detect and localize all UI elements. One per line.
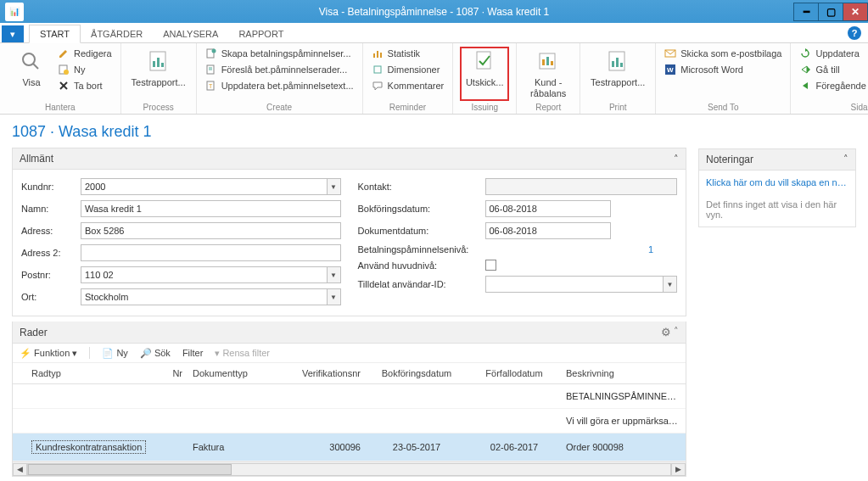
usemain-checkbox[interactable] [485, 260, 496, 271]
scroll-thumb[interactable] [28, 464, 232, 475]
delete-button[interactable]: Ta bort [56, 79, 114, 92]
dimensions-label: Dimensioner [388, 64, 440, 75]
tab-start[interactable]: START [29, 25, 81, 43]
delete-label: Ta bort [74, 81, 103, 91]
group-sendto: Skicka som e-postbilaga WMicrosoft Word … [656, 43, 791, 114]
doc-text-icon: T [205, 80, 217, 92]
post-label: Postnr: [21, 270, 81, 280]
table-row[interactable]: Vi vill göra er uppmärksam på att vi ... [13, 409, 686, 433]
filter-button[interactable]: Filter [182, 348, 203, 358]
update-text-button[interactable]: TUppdatera bet.påminnelsetext... [204, 79, 356, 92]
gear-icon[interactable]: ⚙ [661, 326, 671, 338]
docdate-input[interactable] [485, 222, 611, 239]
send-email-button[interactable]: Skicka som e-postbilaga [663, 47, 783, 60]
lines-toolbar: ⚡ Funktion ▾ 📄 Ny 🔎 Sök Filter ▾ Rensa f… [13, 344, 686, 363]
col-post[interactable]: Bokföringsdatum [366, 363, 468, 384]
svg-rect-29 [620, 63, 623, 67]
general-header[interactable]: Allmänt ˄ [12, 148, 686, 170]
contact-input[interactable] [485, 178, 678, 195]
svg-marker-36 [803, 82, 808, 89]
postdate-input[interactable] [485, 200, 611, 217]
general-form: Kundnr: ▼ Namn: Adress: Adress 2: Postnr… [12, 170, 686, 316]
addr2-input[interactable] [81, 244, 341, 261]
clear-filter-button[interactable]: ▾ Rensa filter [215, 348, 270, 359]
testreport-button[interactable]: Testrapport... [128, 47, 189, 101]
custno-dropdown[interactable]: ▼ [328, 178, 341, 195]
city-dropdown[interactable]: ▼ [328, 288, 341, 305]
group-reminder: Statistik Dimensioner Kommentarer Remind… [363, 43, 454, 114]
cell-type[interactable]: Kundreskontratransaktion [31, 440, 146, 454]
pencil-icon [58, 48, 70, 59]
new-button[interactable]: Ny [56, 63, 114, 76]
suggest-lines-button[interactable]: Föreslå bet.påminnelserader... [204, 63, 356, 76]
prev-button[interactable]: Föregående [798, 79, 867, 92]
userid-dropdown[interactable]: ▼ [664, 276, 677, 293]
notes-header[interactable]: Noteringar ˄ [698, 148, 856, 171]
cell-desc: Vi vill göra er uppmärksam på att vi ... [561, 409, 686, 433]
svg-line-1 [33, 64, 38, 69]
custno-input[interactable] [81, 178, 328, 195]
side-panel: Noteringar ˄ Klicka här om du vill skapa… [698, 123, 856, 477]
create-reminders-label: Skapa betalningspåminnelser... [221, 48, 351, 59]
col-due[interactable]: Förfallodatum [468, 363, 561, 384]
goto-button[interactable]: Gå till [798, 63, 867, 76]
print-report-icon [604, 48, 631, 76]
tab-report[interactable]: RAPPORT [228, 25, 294, 42]
group-report: Kund - råbalans Report [517, 43, 580, 114]
help-icon[interactable]: ? [848, 26, 861, 40]
scroll-track[interactable] [27, 463, 671, 476]
post-input[interactable] [81, 266, 328, 283]
view-button[interactable]: Visa [7, 47, 56, 101]
svg-rect-19 [380, 53, 382, 58]
cell-nr [154, 433, 188, 461]
tab-actions[interactable]: ÅTGÄRDER [81, 25, 153, 42]
comments-button[interactable]: Kommentarer [370, 79, 446, 92]
level-value[interactable]: 1 [485, 244, 678, 254]
issue-button[interactable]: Utskick... [460, 47, 509, 101]
file-menu[interactable]: ▾ [2, 25, 24, 42]
new-icon [58, 64, 70, 76]
addr-input[interactable] [81, 222, 341, 239]
find-button[interactable]: 🔎 Sök [140, 348, 171, 359]
print-testreport-button[interactable]: Testrapport... [587, 47, 648, 101]
stats-button[interactable]: Statistik [370, 47, 446, 60]
postdate-label: Bokföringsdatum: [358, 204, 485, 214]
post-dropdown[interactable]: ▼ [328, 266, 341, 283]
name-input[interactable] [81, 200, 341, 217]
new-line-label: Ny [116, 348, 127, 358]
scroll-left[interactable]: ◀ [13, 463, 27, 476]
goto-label: Gå till [815, 64, 839, 75]
create-reminders-button[interactable]: Skapa betalningspåminnelser... [204, 47, 356, 60]
group-process: Testrapport... Process [121, 43, 197, 114]
refresh-button[interactable]: Uppdatera [798, 47, 867, 60]
ribbon-tabs: ▾ START ÅTGÄRDER ANALYSERA RAPPORT ? [0, 23, 868, 43]
col-desc[interactable]: Beskrivning [561, 363, 686, 384]
group-print: Testrapport... Print [580, 43, 656, 114]
svg-rect-23 [542, 59, 545, 65]
col-type[interactable]: Radtyp [26, 363, 154, 384]
lines-header[interactable]: Rader ⚙˄ [13, 322, 686, 344]
cust-balance-button[interactable]: Kund - råbalans [524, 47, 573, 101]
table-row[interactable]: BETALNINGSPÅMINNELSE [13, 384, 686, 409]
new-line-button[interactable]: 📄 Ny [102, 348, 128, 359]
edit-button[interactable]: Redigera [56, 47, 114, 60]
col-nr[interactable]: Nr [154, 363, 188, 384]
new-note-link[interactable]: Klicka här om du vill skapa en ny an... [706, 177, 848, 187]
svg-marker-34 [802, 66, 807, 73]
word-button[interactable]: WMicrosoft Word [663, 63, 783, 76]
view-label: Visa [22, 77, 40, 88]
city-input[interactable] [81, 288, 328, 305]
dimensions-button[interactable]: Dimensioner [370, 63, 446, 76]
comment-icon [372, 80, 384, 92]
h-scrollbar[interactable]: ◀ ▶ [13, 461, 686, 476]
filter-label: Filter [182, 348, 203, 358]
table-row-selected[interactable]: Kundreskontratransaktion Faktura 300096 … [13, 433, 686, 461]
col-doctype[interactable]: Dokumenttyp [188, 363, 281, 384]
scroll-right[interactable]: ▶ [671, 463, 686, 476]
func-menu[interactable]: ⚡ Funktion ▾ [20, 348, 77, 359]
col-ver[interactable]: Verifikationsnr [281, 363, 366, 384]
group-process-label: Process [128, 101, 189, 112]
userid-input[interactable] [485, 276, 664, 293]
lines-table: Radtyp Nr Dokumenttyp Verifikationsnr Bo… [13, 363, 686, 461]
tab-analyze[interactable]: ANALYSERA [153, 25, 228, 42]
